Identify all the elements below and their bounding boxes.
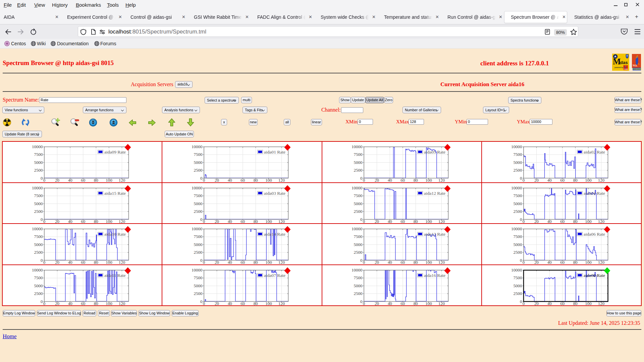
svg-text:0: 0 xyxy=(360,217,363,222)
svg-text:0: 0 xyxy=(41,217,43,222)
svg-text:20: 20 xyxy=(375,260,379,265)
svg-text:7500: 7500 xyxy=(194,234,203,239)
svg-text:0: 0 xyxy=(363,260,365,265)
svg-text:80: 80 xyxy=(573,178,578,183)
svg-text:0: 0 xyxy=(523,219,525,224)
svg-text:60: 60 xyxy=(560,301,565,306)
svg-text:2500: 2500 xyxy=(194,250,203,255)
svg-text:0: 0 xyxy=(360,299,363,304)
svg-text:100: 100 xyxy=(425,260,432,265)
svg-text:5000: 5000 xyxy=(513,201,522,206)
svg-text:aida14 Rate: aida14 Rate xyxy=(264,232,285,237)
svg-text:5000: 5000 xyxy=(354,242,362,247)
svg-text:120: 120 xyxy=(278,260,285,265)
svg-text:80: 80 xyxy=(254,301,258,306)
svg-text:0: 0 xyxy=(43,219,46,224)
svg-text:0: 0 xyxy=(520,217,522,222)
svg-text:40: 40 xyxy=(547,178,552,183)
svg-text:2500: 2500 xyxy=(354,250,362,255)
svg-text:10000: 10000 xyxy=(192,185,203,190)
svg-text:0: 0 xyxy=(520,176,522,181)
svg-text:7500: 7500 xyxy=(513,234,522,239)
svg-text:7500: 7500 xyxy=(34,193,43,198)
svg-text:5000: 5000 xyxy=(513,283,522,288)
svg-text:0: 0 xyxy=(200,299,203,304)
svg-text:100: 100 xyxy=(585,260,592,265)
svg-text:5000: 5000 xyxy=(34,242,43,247)
svg-text:0: 0 xyxy=(43,301,46,306)
svg-text:40: 40 xyxy=(387,260,392,265)
svg-text:20: 20 xyxy=(534,219,539,224)
svg-text:10000: 10000 xyxy=(352,144,363,149)
svg-text:20: 20 xyxy=(534,178,539,183)
svg-text:60: 60 xyxy=(241,301,245,306)
svg-text:40: 40 xyxy=(228,260,232,265)
svg-text:0: 0 xyxy=(523,178,525,183)
svg-text:0: 0 xyxy=(203,260,205,265)
svg-text:10000: 10000 xyxy=(32,144,43,149)
svg-text:aida11 Rate: aida11 Rate xyxy=(104,273,126,278)
svg-text:100: 100 xyxy=(106,178,112,183)
svg-text:100: 100 xyxy=(585,301,592,306)
svg-text:120: 120 xyxy=(438,178,445,183)
svg-text:2500: 2500 xyxy=(354,209,362,214)
svg-text:aida08 Rate: aida08 Rate xyxy=(584,273,605,278)
svg-text:5000: 5000 xyxy=(513,160,522,165)
svg-text:powered by: powered by xyxy=(614,67,623,68)
svg-text:2500: 2500 xyxy=(354,291,362,296)
svg-text:100: 100 xyxy=(266,301,272,306)
svg-text:60: 60 xyxy=(81,219,85,224)
svg-text:7500: 7500 xyxy=(513,275,522,280)
svg-text:7500: 7500 xyxy=(194,152,203,157)
svg-text:5000: 5000 xyxy=(34,201,43,206)
svg-text:100: 100 xyxy=(106,301,112,306)
svg-text:7500: 7500 xyxy=(354,234,362,239)
svg-text:60: 60 xyxy=(560,219,565,224)
svg-text:10000: 10000 xyxy=(511,185,522,190)
svg-text:aida12 Rate: aida12 Rate xyxy=(424,190,445,195)
svg-text:120: 120 xyxy=(598,219,605,224)
svg-text:10000: 10000 xyxy=(32,185,43,190)
svg-text:100: 100 xyxy=(266,178,272,183)
svg-text:10000: 10000 xyxy=(511,267,522,273)
svg-text:80: 80 xyxy=(413,219,418,224)
svg-text:aida01 Rate: aida01 Rate xyxy=(264,149,285,155)
svg-text:7500: 7500 xyxy=(354,275,362,280)
svg-text:0: 0 xyxy=(360,176,363,181)
svg-text:60: 60 xyxy=(400,219,405,224)
svg-text:2500: 2500 xyxy=(34,168,43,173)
svg-text:0: 0 xyxy=(200,258,203,263)
svg-text:5000: 5000 xyxy=(194,201,203,206)
svg-text:100: 100 xyxy=(425,219,432,224)
svg-text:120: 120 xyxy=(119,219,125,224)
svg-text:aida15 Rate: aida15 Rate xyxy=(104,190,126,195)
svg-text:2500: 2500 xyxy=(513,168,522,173)
svg-text:2500: 2500 xyxy=(34,291,43,296)
svg-text:120: 120 xyxy=(598,178,605,183)
svg-text:20: 20 xyxy=(215,301,219,306)
svg-text:60: 60 xyxy=(400,260,405,265)
svg-text:aida05 Rate: aida05 Rate xyxy=(424,149,445,155)
svg-text:2500: 2500 xyxy=(34,209,43,214)
svg-text:2500: 2500 xyxy=(513,291,522,296)
svg-text:0: 0 xyxy=(43,260,46,265)
svg-text:20: 20 xyxy=(215,178,219,183)
svg-text:5000: 5000 xyxy=(354,283,362,288)
svg-text:60: 60 xyxy=(81,178,85,183)
svg-text:20: 20 xyxy=(375,219,379,224)
svg-text:80: 80 xyxy=(94,178,98,183)
svg-text:0: 0 xyxy=(360,258,363,263)
svg-text:60: 60 xyxy=(400,301,405,306)
svg-text:aida09 Rate: aida09 Rate xyxy=(104,149,126,155)
svg-text:40: 40 xyxy=(547,260,552,265)
svg-text:idas: idas xyxy=(619,60,628,65)
svg-text:40: 40 xyxy=(387,219,392,224)
svg-text:100: 100 xyxy=(425,178,432,183)
svg-text:40: 40 xyxy=(387,178,392,183)
svg-text:120: 120 xyxy=(598,260,605,265)
svg-text:5000: 5000 xyxy=(513,242,522,247)
svg-text:80: 80 xyxy=(573,260,578,265)
svg-text:80: 80 xyxy=(254,178,258,183)
svg-text:120: 120 xyxy=(438,260,445,265)
svg-text:20: 20 xyxy=(55,219,59,224)
